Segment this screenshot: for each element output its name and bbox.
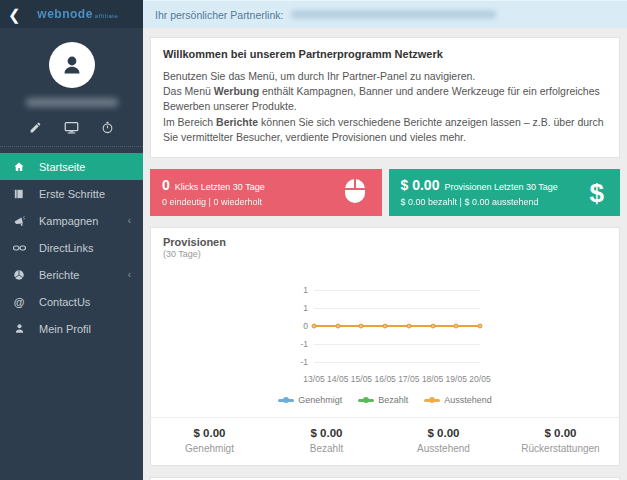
- sidebar-item-erste-schritte[interactable]: Erste Schritte: [0, 180, 143, 207]
- avatar[interactable]: [49, 42, 95, 88]
- data-point: [430, 324, 435, 329]
- gridline: [314, 290, 480, 291]
- partner-link-redacted[interactable]: [291, 10, 496, 19]
- summary-genehmigt: $ 0.00 Genehmigt: [151, 418, 268, 465]
- clicks-label: Klicks Letzten 30 Tage: [175, 182, 265, 192]
- commissions-stat-card[interactable]: $ 0.00 Provisionen Letzten 30 Tage $ 0.0…: [389, 169, 621, 216]
- sidebar-item-label: Berichte: [39, 269, 79, 281]
- legend-ausstehend[interactable]: Ausstehend: [424, 395, 492, 405]
- monitor-icon[interactable]: [64, 121, 79, 134]
- data-point: [312, 324, 317, 329]
- chart-title: Provisionen: [163, 236, 607, 248]
- collapse-sidebar-icon[interactable]: ❮: [8, 7, 21, 22]
- data-point: [454, 324, 459, 329]
- sidebar-header: ❮ webnodeaffiliate: [0, 0, 143, 28]
- legend-marker-green: [358, 399, 374, 402]
- stats-row: 0 Klicks Letzten 30 Tage 0 eindeutig | 0…: [150, 169, 620, 216]
- content: Willkommen bei unserem Partnerprogramm N…: [143, 28, 627, 480]
- clicks-stat-card[interactable]: 0 Klicks Letzten 30 Tage 0 eindeutig | 0…: [150, 169, 382, 216]
- commissions-breakdown: $ 0.00 bezahlt | $ 0.00 ausstehend: [401, 197, 609, 207]
- x-axis-labels: 13/05 14/05 15/05 16/05 17/05 18/05 19/0…: [314, 374, 480, 386]
- home-icon: [12, 161, 26, 173]
- data-point: [406, 324, 411, 329]
- x-tick: 19/05: [446, 374, 467, 384]
- chevron-left-icon: ‹: [128, 269, 131, 280]
- megaphone-icon: [12, 215, 26, 227]
- chart-legend: Genehmigt Bezahlt Ausstehend: [151, 395, 619, 405]
- x-tick: 20/05: [469, 374, 490, 384]
- user-icon: [12, 323, 26, 334]
- user-icon: [60, 53, 84, 77]
- link-icon: [12, 243, 26, 253]
- sidebar-item-label: DirectLinks: [39, 242, 93, 254]
- sidebar-item-label: Startseite: [39, 161, 85, 173]
- at-icon: @: [12, 296, 26, 308]
- welcome-line-1: Benutzen Sie das Menü, um durch Ihr Part…: [163, 69, 607, 84]
- data-point: [359, 324, 364, 329]
- sidebar: ❮ webnodeaffiliate Sta: [0, 0, 143, 480]
- legend-bezahlt[interactable]: Bezahlt: [358, 395, 408, 405]
- brand-logo[interactable]: webnodeaffiliate: [21, 7, 135, 21]
- summary-bezahlt: $ 0.00 Bezahlt: [268, 418, 385, 465]
- commissions-summary: $ 0.00 Genehmigt $ 0.00 Bezahlt $ 0.00 A…: [151, 417, 619, 465]
- pencil-icon[interactable]: [29, 121, 42, 134]
- chart-subtitle: (30 Tage): [163, 249, 607, 259]
- gridline: [314, 362, 480, 363]
- legend-marker-orange: [424, 399, 440, 402]
- summary-ausstehend: $ 0.00 Ausstehend: [385, 418, 502, 465]
- partner-link-bar: Ihr persönlicher Partnerlink:: [143, 0, 627, 28]
- book-icon: [12, 188, 26, 200]
- sidebar-item-contactus[interactable]: @ ContactUs: [0, 288, 143, 315]
- clicks-breakdown: 0 eindeutig | 0 wiederholt: [162, 197, 370, 207]
- legend-marker-blue: [278, 399, 294, 402]
- sidebar-item-berichte[interactable]: Berichte ‹: [0, 261, 143, 288]
- sidebar-item-mein-profil[interactable]: Mein Profil: [0, 315, 143, 342]
- dollar-icon: $: [590, 180, 604, 206]
- data-point: [335, 324, 340, 329]
- y-tick: -1: [290, 339, 314, 349]
- gridline: [314, 308, 480, 309]
- welcome-line-2: Das Menü Werbung enthält Kampagnen, Bann…: [163, 84, 607, 114]
- data-line-ausstehend: [314, 325, 480, 327]
- sidebar-item-kampagnen[interactable]: Kampagnen ‹: [0, 207, 143, 234]
- sidebar-item-label: Mein Profil: [39, 323, 91, 335]
- profile-section: [0, 28, 143, 147]
- sidebar-item-directlinks[interactable]: DirectLinks: [0, 234, 143, 261]
- welcome-line-3: Im Bereich Berichte können Sie sich vers…: [163, 115, 607, 145]
- welcome-title: Willkommen bei unserem Partnerprogramm N…: [163, 48, 607, 60]
- x-tick: 15/05: [351, 374, 372, 384]
- x-tick: 16/05: [375, 374, 396, 384]
- sidebar-item-label: ContactUs: [39, 296, 90, 308]
- data-point: [383, 324, 388, 329]
- y-tick: 1: [290, 285, 314, 295]
- x-tick: 14/05: [327, 374, 348, 384]
- partner-link-label: Ihr persönlicher Partnerlink:: [155, 9, 283, 21]
- sidebar-menu: Startseite Erste Schritte Kampagnen ‹ Di…: [0, 147, 143, 342]
- sidebar-item-label: Kampagnen: [39, 215, 98, 227]
- stopwatch-icon[interactable]: [101, 121, 114, 134]
- clicks-value: 0: [162, 177, 170, 193]
- y-tick: 1: [290, 303, 314, 313]
- x-tick: 18/05: [422, 374, 443, 384]
- commissions-label: Provisionen Letzten 30 Tage: [444, 182, 557, 192]
- commissions-chart-card: Provisionen (30 Tage) 1 1 0: [150, 227, 620, 466]
- chart-plot: 1 1 0 -1 -1 13: [290, 281, 480, 386]
- welcome-card: Willkommen bei unserem Partnerprogramm N…: [150, 37, 620, 158]
- x-tick: 13/05: [303, 374, 324, 384]
- legend-genehmigt[interactable]: Genehmigt: [278, 395, 342, 405]
- pie-chart-icon: [12, 269, 26, 281]
- username-redacted: [26, 98, 118, 107]
- y-tick: -1: [290, 357, 314, 367]
- sidebar-item-startseite[interactable]: Startseite: [0, 153, 143, 180]
- x-tick: 17/05: [398, 374, 419, 384]
- y-tick: 0: [290, 321, 314, 331]
- mouse-icon: [344, 178, 366, 208]
- main-area: Ihr persönlicher Partnerlink: Willkommen…: [143, 0, 627, 480]
- data-point: [478, 324, 483, 329]
- gridline: [314, 344, 480, 345]
- commissions-value: $ 0.00: [401, 177, 440, 193]
- summary-rueckerstattungen: $ 0.00 Rückerstattungen: [502, 418, 619, 465]
- chevron-left-icon: ‹: [128, 215, 131, 226]
- sidebar-item-label: Erste Schritte: [39, 188, 105, 200]
